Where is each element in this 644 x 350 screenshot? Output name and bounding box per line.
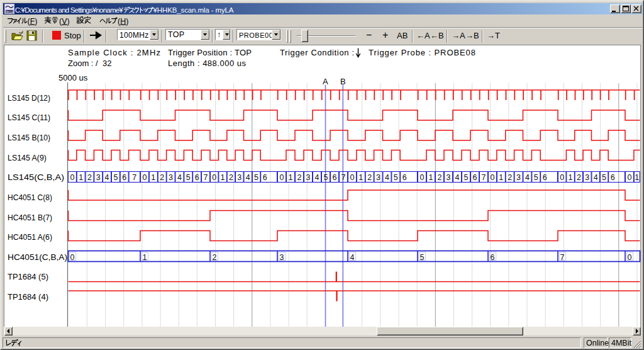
svg-text:(F): (F) bbox=[28, 17, 38, 26]
svg-text:(H): (H) bbox=[118, 17, 128, 26]
svg-text:(V): (V) bbox=[59, 17, 70, 26]
